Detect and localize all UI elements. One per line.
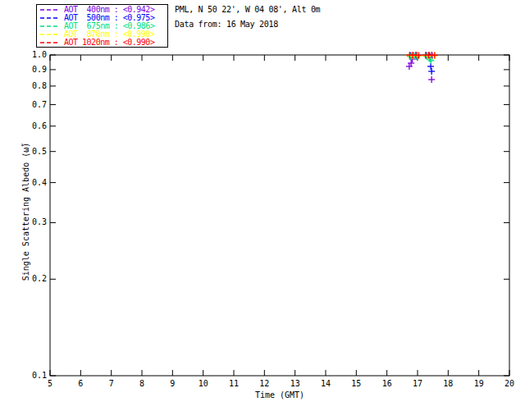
- y-tick-label: 0.3: [32, 217, 47, 226]
- y-tick-label: 0.1: [32, 371, 47, 380]
- y-tick-label: 0.4: [32, 178, 47, 187]
- x-tick-label: 20: [504, 379, 514, 388]
- y-tick-label: 1.0: [32, 50, 47, 59]
- x-tick-label: 16: [382, 379, 392, 388]
- y-tick-label: 0.5: [32, 147, 47, 156]
- x-tick-label: 5: [48, 379, 52, 388]
- y-tick-label: 0.7: [32, 100, 47, 109]
- y-axis-label: Single Scattering Albedo (ω̃): [21, 143, 30, 281]
- plot-frame: [50, 55, 509, 376]
- y-tick-label: 0.6: [32, 121, 47, 130]
- x-tick-label: 10: [199, 379, 208, 388]
- x-tick-label: 19: [474, 379, 484, 388]
- x-tick-label: 12: [259, 379, 269, 388]
- plot-area: 5678910111213141516171819201.00.90.80.70…: [0, 0, 525, 420]
- x-tick-label: 8: [139, 379, 144, 388]
- chart-canvas: 5678910111213141516171819201.00.90.80.70…: [0, 0, 525, 420]
- x-tick-label: 6: [78, 379, 83, 388]
- x-tick-label: 15: [351, 379, 361, 388]
- x-tick-label: 13: [290, 379, 300, 388]
- y-tick-label: 0.8: [32, 81, 47, 90]
- y-tick-label: 0.2: [32, 274, 47, 283]
- y-tick-label: 0.9: [32, 65, 47, 74]
- x-axis-label: Time (GMT): [255, 390, 304, 399]
- x-tick-label: 9: [170, 379, 175, 388]
- x-tick-label: 14: [321, 379, 331, 388]
- x-tick-label: 17: [413, 379, 422, 388]
- plot-window: AOT 400nm : <0.942> AOT 500nm : <0.975> …: [0, 0, 525, 420]
- x-tick-label: 7: [109, 379, 114, 388]
- x-tick-label: 18: [443, 379, 453, 388]
- x-tick-label: 11: [229, 379, 239, 388]
